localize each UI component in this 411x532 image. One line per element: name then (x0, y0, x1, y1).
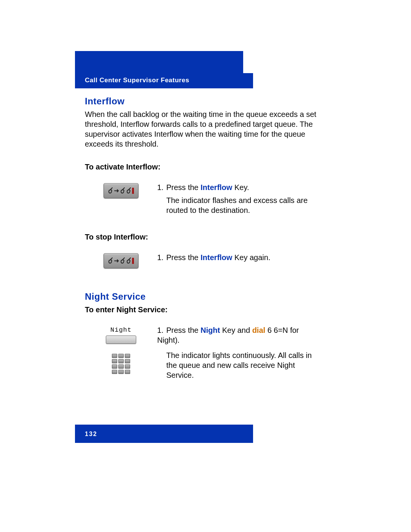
activate-icon-column (85, 182, 157, 215)
stop-step-line: 1.Press the Interflow Key again. (157, 252, 322, 262)
activate-heading: To activate Interflow: (85, 162, 322, 172)
document-page: Call Center Supervisor Features Interflo… (75, 51, 322, 380)
stop-text-column: 1.Press the Interflow Key again. (157, 252, 322, 268)
activate-instruction: 1.Press the Interflow Key. The indicator… (85, 182, 322, 215)
step-text-pre: Press the (166, 183, 201, 192)
dial-link: dial (252, 326, 265, 334)
night-link: Night (201, 326, 220, 334)
header-accent-bar (75, 51, 243, 73)
night-key-label: Night (110, 326, 132, 334)
stop-instruction: 1.Press the Interflow Key again. (85, 252, 322, 268)
interflow-description: When the call backlog or the waiting tim… (85, 109, 322, 149)
content-area: Interflow When the call backlog or the w… (75, 88, 322, 380)
step-text-pre: Press the (166, 326, 201, 334)
activate-text-column: 1.Press the Interflow Key. The indicator… (157, 182, 322, 215)
step-text-mid: Key and (220, 326, 252, 334)
activate-step-line: 1.Press the Interflow Key. (157, 182, 322, 192)
keypad-icon (112, 354, 130, 374)
interflow-link: Interflow (201, 183, 232, 192)
stop-heading: To stop Interflow: (85, 232, 322, 242)
svg-rect-0 (132, 188, 134, 194)
step-number: 1. (157, 252, 166, 262)
step-number: 1. (157, 325, 166, 335)
header-title: Call Center Supervisor Features (85, 77, 189, 84)
night-key-icon: Night (106, 326, 136, 343)
step-text-pre: Press the (166, 253, 201, 262)
stop-icon-column (85, 252, 157, 268)
night-follow-text: The indicator lights continuously. All c… (157, 350, 322, 380)
interflow-link: Interflow (201, 253, 232, 262)
night-step-line: 1.Press the Night Key and dial 6 6=N for… (157, 325, 322, 345)
night-icon-column: Night (85, 325, 157, 380)
interflow-key-icon (104, 183, 139, 198)
header-title-bar: Call Center Supervisor Features (75, 73, 253, 88)
night-instruction: Night 1.Press the Night Key and dial 6 6… (85, 325, 322, 380)
enter-night-heading: To enter Night Service: (85, 305, 322, 315)
night-text-column: 1.Press the Night Key and dial 6 6=N for… (157, 325, 322, 380)
night-key-button (106, 335, 136, 344)
section-heading-interflow: Interflow (85, 95, 322, 107)
svg-rect-1 (132, 258, 134, 264)
interflow-key-icon (104, 253, 139, 268)
step-number: 1. (157, 182, 166, 192)
section-heading-night: Night Service (85, 291, 322, 302)
step-text-post: Key again. (232, 253, 270, 262)
footer-bar: 132 (75, 425, 253, 443)
activate-follow-text: The indicator flashes and excess calls a… (157, 195, 322, 215)
step-text-post: Key. (232, 183, 249, 192)
page-number: 132 (85, 431, 97, 437)
